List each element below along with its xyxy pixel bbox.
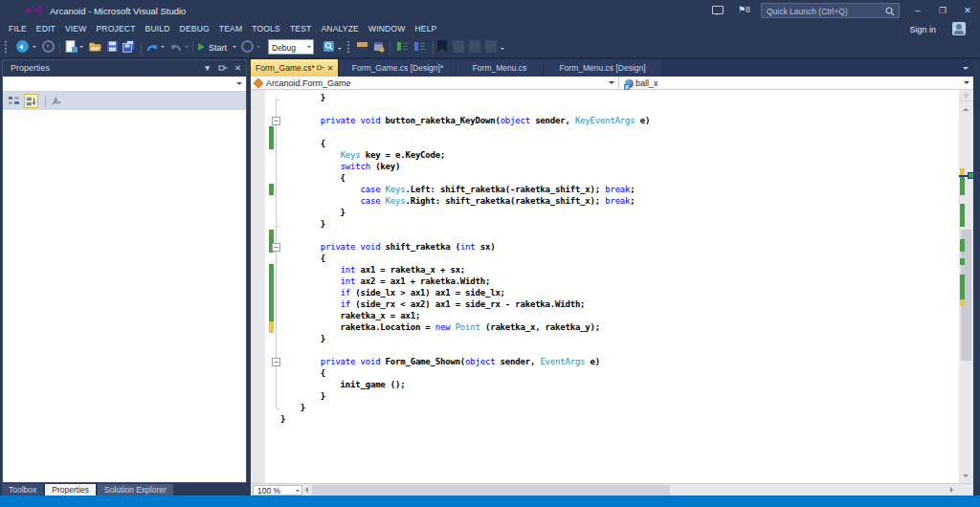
new-file-button[interactable] <box>65 40 78 53</box>
panel-menu-icon[interactable]: ▼ <box>203 63 211 73</box>
code-line-26[interactable]: init_game (); <box>251 379 959 390</box>
user-account-icon[interactable] <box>952 22 966 35</box>
code-line-3[interactable]: − private void button_raketka_KeyDown(ob… <box>251 115 959 126</box>
restart-dropdown[interactable] <box>256 46 260 50</box>
code-line-17[interactable]: int ax2 = ax1 + raketka.Width; <box>251 276 959 287</box>
member-dropdown[interactable]: ball_x <box>620 77 973 89</box>
redo-dropdown[interactable] <box>185 46 189 50</box>
bottom-tab-solution-explorer[interactable]: Solution Explorer <box>98 484 173 496</box>
type-dropdown[interactable]: Arcanoid.Form_Game <box>251 77 619 89</box>
categorized-icon[interactable] <box>7 94 21 108</box>
find-icon[interactable] <box>323 40 335 53</box>
menu-analyze[interactable]: ANALYZE <box>316 21 364 36</box>
code-line-20[interactable]: raketka_x = ax1; <box>251 310 959 321</box>
code-line-25[interactable]: { <box>251 367 959 379</box>
navigate-back-button[interactable] <box>16 40 29 53</box>
start-dropdown[interactable] <box>233 46 236 50</box>
code-line-21[interactable]: raketka.Location = new Point (raketka_x,… <box>251 321 959 333</box>
scroll-down-arrow[interactable] <box>963 474 969 480</box>
code-line-29[interactable]: } <box>251 413 959 425</box>
toolbar-overflow-1[interactable] <box>338 48 342 52</box>
menu-build[interactable]: BUILD <box>141 21 175 36</box>
code-editor[interactable]: }− private void button_raketka_KeyDown(o… <box>251 90 959 483</box>
pin-icon[interactable] <box>218 63 228 73</box>
code-line-6[interactable]: Keys key = e.KeyCode; <box>251 149 959 161</box>
redo-button[interactable] <box>169 40 183 54</box>
sign-in-link[interactable]: Sign in <box>909 25 936 34</box>
menu-help[interactable]: HELP <box>410 21 441 36</box>
tab-pin-close-icons[interactable]: ✕ <box>315 63 333 73</box>
menu-file[interactable]: FILE <box>4 21 32 36</box>
menu-edit[interactable]: EDIT <box>32 21 60 36</box>
alphabetical-icon[interactable] <box>24 94 38 108</box>
undo-dropdown[interactable] <box>161 46 165 50</box>
code-line-23[interactable] <box>251 344 959 356</box>
fold-collapse-icon[interactable]: − <box>272 243 280 252</box>
bottom-tab-toolbox[interactable]: Toolbox <box>2 484 43 496</box>
menu-team[interactable]: TEAM <box>214 21 247 36</box>
code-line-5[interactable]: { <box>251 138 959 149</box>
undo-button[interactable] <box>145 40 159 54</box>
code-line-28[interactable]: } <box>251 402 959 413</box>
save-all-button[interactable] <box>122 40 135 53</box>
bottom-tab-properties[interactable]: Properties <box>45 484 96 496</box>
code-line-22[interactable]: } <box>251 333 959 344</box>
code-line-4[interactable] <box>251 126 959 138</box>
properties-object-combo[interactable] <box>3 77 246 92</box>
code-line-12[interactable]: } <box>251 218 959 230</box>
code-line-15[interactable]: { <box>251 253 959 264</box>
start-label[interactable]: Start <box>209 43 227 53</box>
comment-lines-icon[interactable] <box>396 40 409 53</box>
menu-window[interactable]: WINDOW <box>364 21 411 36</box>
editor-zoom-combo[interactable]: 100 % <box>253 485 302 496</box>
code-line-14[interactable]: − private void shift_raketka (int sx) <box>251 241 959 253</box>
restore-button[interactable]: ❐ <box>936 5 949 16</box>
panel-close-icon[interactable]: ✕ <box>234 63 241 73</box>
tab-form-game-cs-design[interactable]: Form_Game.cs [Design]* <box>340 59 457 77</box>
split-handle[interactable]: ⊹ <box>959 90 973 101</box>
fold-collapse-icon[interactable]: − <box>272 117 280 125</box>
menu-tools[interactable]: TOOLS <box>247 21 285 36</box>
sync-solution-icon[interactable] <box>356 40 368 53</box>
tab-list-dropdown[interactable] <box>963 67 969 73</box>
code-line-24[interactable]: − private void Form_Game_Shown(object se… <box>251 356 959 367</box>
scroll-right-arrow[interactable] <box>950 487 956 493</box>
close-button[interactable]: ✕ <box>961 5 974 16</box>
next-bookmark-icon[interactable] <box>469 40 480 53</box>
minimize-button[interactable]: – <box>911 5 924 16</box>
restart-button[interactable] <box>241 40 254 53</box>
property-pages-icon[interactable] <box>50 94 64 108</box>
code-line-19[interactable]: if (side_rx < ax2) ax1 = side_rx - raket… <box>251 298 959 310</box>
vertical-scrollbar[interactable]: ⊹ <box>959 90 973 483</box>
start-debug-button[interactable] <box>198 43 205 51</box>
tab-form-menu-cs[interactable]: Form_Menu.cs <box>457 59 544 77</box>
code-line-1[interactable]: } <box>251 92 959 103</box>
properties-window-icon[interactable] <box>372 40 385 53</box>
notifications-flag[interactable]: ⚑8 <box>738 5 750 14</box>
code-line-27[interactable]: } <box>251 390 959 402</box>
scroll-up-arrow[interactable] <box>963 105 969 111</box>
solution-configuration-combo[interactable]: Debug <box>268 39 314 55</box>
code-line-8[interactable]: { <box>251 172 959 184</box>
code-line-2[interactable] <box>251 103 959 115</box>
toolbar-overflow-2[interactable] <box>501 48 504 52</box>
uncomment-lines-icon[interactable] <box>413 40 426 53</box>
prev-bookmark-icon[interactable] <box>453 40 464 53</box>
code-line-7[interactable]: switch (key) <box>251 161 959 172</box>
menu-project[interactable]: PROJECT <box>91 21 140 36</box>
horizontal-scroll-thumb[interactable] <box>312 485 670 496</box>
tab-form-menu-cs-design[interactable]: Form_Menu.cs [Design] <box>544 59 662 77</box>
properties-panel-title[interactable]: Properties ▼ ✕ <box>3 60 246 77</box>
bookmark-icon[interactable] <box>437 40 447 53</box>
menu-view[interactable]: VIEW <box>60 21 92 36</box>
toolbar-grip[interactable] <box>4 40 8 55</box>
clear-bookmarks-icon[interactable] <box>485 40 497 53</box>
navigate-back-dropdown[interactable] <box>33 46 36 50</box>
open-file-button[interactable] <box>89 40 101 53</box>
toolbar-grip-2[interactable] <box>346 40 350 55</box>
code-line-9[interactable]: case Keys.Left: shift_raketka(-raketka_s… <box>251 184 959 195</box>
save-button[interactable] <box>106 40 119 53</box>
code-line-16[interactable]: int ax1 = raketka_x + sx; <box>251 264 959 276</box>
code-line-13[interactable] <box>251 230 959 241</box>
navigate-forward-button[interactable] <box>42 40 55 53</box>
